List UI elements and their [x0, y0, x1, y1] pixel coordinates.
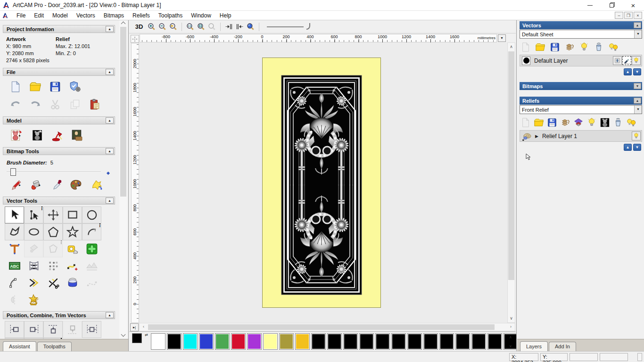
- menu-item[interactable]: Window: [187, 11, 215, 20]
- model-properties-icon[interactable]: [68, 80, 82, 94]
- canvas-viewport[interactable]: [139, 42, 507, 323]
- collapse-icon[interactable]: ▲: [106, 197, 114, 204]
- zoom-previous-icon[interactable]: [168, 22, 179, 32]
- relief-layer-row[interactable]: ▶ Relief Layer 1: [520, 130, 642, 142]
- canvas-corner-button[interactable]: ▸|: [130, 323, 139, 331]
- slider-thumb[interactable]: [10, 168, 16, 176]
- palette-swatch[interactable]: [247, 333, 262, 350]
- paste-icon[interactable]: [88, 98, 102, 112]
- palette-swatch[interactable]: [423, 333, 438, 350]
- create-arc-icon[interactable]: [82, 223, 101, 240]
- mirror-vectors-icon[interactable]: [5, 291, 24, 308]
- scrollbar-thumb[interactable]: [120, 27, 126, 197]
- menu-item[interactable]: Edit: [30, 11, 48, 20]
- layer-visibility-button[interactable]: [632, 56, 641, 65]
- copy-icon[interactable]: [68, 98, 82, 112]
- zoom-fit-icon[interactable]: [196, 22, 206, 32]
- collapse-icon[interactable]: ▲: [106, 26, 114, 32]
- greyscale-preview-icon[interactable]: [600, 117, 610, 128]
- collapse-icon[interactable]: ▲: [106, 148, 114, 154]
- menu-item[interactable]: Toolpaths: [154, 11, 187, 20]
- block-copy-icon[interactable]: [43, 257, 63, 274]
- save-relief-layers-icon[interactable]: [547, 117, 557, 128]
- dropdown-arrow-icon[interactable]: ▼: [634, 30, 642, 38]
- toggle-all-reliefs-icon[interactable]: [626, 117, 636, 128]
- redo-icon[interactable]: [28, 98, 42, 112]
- merge-relief-layers-icon[interactable]: [560, 117, 570, 128]
- assistant-scrollbar[interactable]: [119, 20, 127, 339]
- menu-item[interactable]: Vectors: [72, 11, 99, 20]
- scroll-down-icon[interactable]: [121, 333, 125, 337]
- colour-reduce-icon[interactable]: [88, 178, 102, 192]
- align-right-icon[interactable]: [24, 321, 43, 338]
- collapse-icon[interactable]: ▲: [106, 69, 114, 75]
- delete-relief-layer-icon[interactable]: [613, 117, 623, 128]
- new-relief-layer-icon[interactable]: [520, 117, 531, 128]
- align-bottom-icon[interactable]: [63, 321, 82, 338]
- select-tool-icon[interactable]: [5, 206, 24, 223]
- bisector-tool-icon[interactable]: [24, 274, 43, 291]
- center-horizontally-icon[interactable]: [82, 321, 101, 338]
- secondary-colour-swatch[interactable]: [132, 333, 142, 343]
- cut-icon[interactable]: [48, 98, 62, 112]
- palette-swatch[interactable]: [343, 333, 358, 350]
- delete-vector-layer-icon[interactable]: [594, 42, 604, 52]
- create-circle-icon[interactable]: [82, 206, 101, 223]
- zoom-preview-icon[interactable]: [245, 22, 256, 32]
- vector-doctor-icon[interactable]: [82, 240, 101, 257]
- tab-add-in[interactable]: Add In: [549, 342, 576, 351]
- canvas-horizontal-scrollbar[interactable]: ‹ ›: [139, 323, 515, 331]
- menu-item[interactable]: Reliefs: [128, 11, 154, 20]
- collapse-icon[interactable]: ▲: [106, 117, 114, 123]
- move-layer-down-button[interactable]: ▼: [633, 144, 641, 151]
- palette-swatch[interactable]: [199, 333, 214, 350]
- palette-swatch[interactable]: [279, 333, 294, 350]
- collapse-icon[interactable]: ▲: [634, 98, 641, 104]
- open-vector-layers-icon[interactable]: [535, 42, 545, 52]
- menu-item[interactable]: File: [12, 11, 30, 20]
- tab-layers[interactable]: Layers: [520, 341, 548, 351]
- primary-secondary-colours[interactable]: ⇄: [132, 333, 149, 350]
- lighting-icon[interactable]: [48, 128, 62, 142]
- zoom-1to1-icon[interactable]: [185, 22, 196, 32]
- scroll-up-icon[interactable]: ∧: [508, 43, 515, 50]
- door-artwork[interactable]: [262, 58, 381, 308]
- extrude-tool-icon[interactable]: [63, 274, 82, 291]
- tab-assistant[interactable]: Assistant: [3, 341, 36, 351]
- palette-scroll-up-icon[interactable]: ∧: [507, 333, 514, 342]
- view-3d-button[interactable]: 3D: [133, 23, 145, 30]
- relief-visibility-icon[interactable]: [586, 117, 597, 128]
- minimize-button[interactable]: [579, 0, 601, 10]
- create-text-icon[interactable]: [5, 240, 24, 257]
- maximize-button[interactable]: [601, 0, 622, 10]
- mdi-minimize-button[interactable]: –: [615, 12, 623, 19]
- collapse-icon[interactable]: ▲: [106, 312, 114, 318]
- paint-tool-icon[interactable]: ▸: [8, 178, 23, 192]
- palette-swatch[interactable]: [359, 333, 374, 350]
- trim-vectors-icon[interactable]: [43, 274, 63, 291]
- palette-swatch[interactable]: [167, 333, 182, 350]
- section-project-information[interactable]: Project Information ▲: [3, 25, 115, 33]
- palette-swatch[interactable]: [471, 333, 486, 350]
- create-rectangle-icon[interactable]: [63, 206, 82, 223]
- scroll-up-icon[interactable]: [121, 21, 125, 25]
- scrollbar-thumb[interactable]: [508, 51, 514, 280]
- close-button[interactable]: ×: [622, 0, 644, 10]
- envelope-distort-icon[interactable]: [43, 240, 63, 257]
- menu-item[interactable]: Help: [215, 11, 236, 20]
- open-model-icon[interactable]: [28, 80, 42, 94]
- zoom-out-icon[interactable]: [157, 22, 168, 32]
- layer-colour-swatch[interactable]: [522, 57, 530, 65]
- pick-colour-icon[interactable]: [48, 178, 62, 192]
- fit-vectors-icon[interactable]: [82, 257, 101, 274]
- palette-swatch[interactable]: [439, 333, 454, 350]
- reliefs-header[interactable]: Reliefs ▲: [520, 97, 642, 105]
- create-polygon-icon[interactable]: [43, 223, 63, 240]
- relief-select[interactable]: Front Relief ▼: [520, 105, 642, 114]
- flood-fill-icon[interactable]: ▸: [28, 178, 42, 192]
- bitmaps-header[interactable]: Bitmaps ▼: [520, 82, 642, 90]
- merge-vector-layers-icon[interactable]: [564, 42, 575, 52]
- section-bitmap-tools[interactable]: Bitmap Tools ▲: [3, 147, 115, 155]
- ruler-origin-button[interactable]: [131, 35, 139, 43]
- toggle-all-layers-icon[interactable]: [608, 42, 619, 52]
